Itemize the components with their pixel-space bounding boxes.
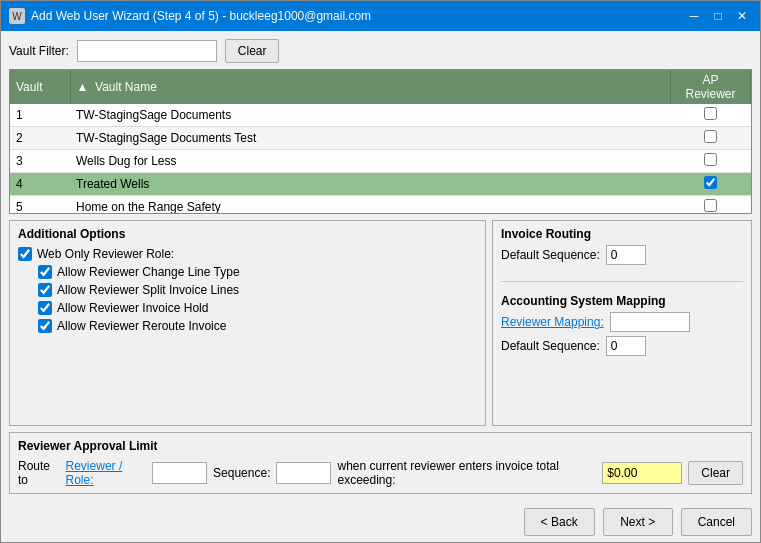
- accounting-system-title: Accounting System Mapping: [501, 294, 743, 308]
- option-row: Allow Reviewer Change Line Type: [18, 265, 477, 279]
- invoice-routing-sequence-input[interactable]: [606, 245, 646, 265]
- back-button[interactable]: < Back: [524, 508, 595, 536]
- vault-id-cell: 5: [10, 196, 70, 215]
- option-checkbox[interactable]: [38, 301, 52, 315]
- option-checkbox[interactable]: [38, 283, 52, 297]
- table-header-row: Vault ▲ Vault Name AP Reviewer: [10, 70, 751, 104]
- approval-limit-panel: Reviewer Approval Limit Route to Reviewe…: [9, 432, 752, 494]
- option-row: Allow Reviewer Reroute Invoice: [18, 319, 477, 333]
- vault-name-cell: TW-StagingSage Documents: [70, 104, 671, 127]
- ap-reviewer-cell: [671, 150, 751, 173]
- table-body: 1TW-StagingSage Documents2TW-StagingSage…: [10, 104, 751, 214]
- table-row[interactable]: 5Home on the Range Safety: [10, 196, 751, 215]
- ap-reviewer-checkbox[interactable]: [704, 153, 717, 166]
- vault-name-cell: TW-StagingSage Documents Test: [70, 127, 671, 150]
- approval-limit-row: Route to Reviewer / Role: Sequence: when…: [18, 459, 743, 487]
- web-only-row: Web Only Reviewer Role:: [18, 247, 477, 261]
- content-area: Vault Filter: Clear Vault ▲ Vault Name A…: [1, 31, 760, 502]
- ap-reviewer-cell: [671, 127, 751, 150]
- vault-name-cell: Treated Wells: [70, 173, 671, 196]
- close-button[interactable]: ✕: [732, 6, 752, 26]
- vault-id-cell: 1: [10, 104, 70, 127]
- sequence-label: Sequence:: [213, 466, 270, 480]
- reviewer-role-input[interactable]: [152, 462, 207, 484]
- vault-id-cell: 2: [10, 127, 70, 150]
- col-vault: Vault: [10, 70, 70, 104]
- table-row[interactable]: 1TW-StagingSage Documents: [10, 104, 751, 127]
- minimize-button[interactable]: ─: [684, 6, 704, 26]
- ap-reviewer-checkbox[interactable]: [704, 130, 717, 143]
- app-icon: W: [9, 8, 25, 24]
- vault-table-container: Vault ▲ Vault Name AP Reviewer 1TW-Stagi…: [9, 69, 752, 214]
- route-to-label: Route to: [18, 459, 60, 487]
- option-row: Allow Reviewer Split Invoice Lines: [18, 283, 477, 297]
- col-vault-name: ▲ Vault Name: [70, 70, 671, 104]
- invoice-routing-section: Invoice Routing Default Sequence:: [501, 227, 743, 269]
- additional-options-title: Additional Options: [18, 227, 477, 241]
- options-list: Allow Reviewer Change Line TypeAllow Rev…: [18, 265, 477, 333]
- ap-reviewer-cell: [671, 196, 751, 215]
- when-label: when current reviewer enters invoice tot…: [337, 459, 596, 487]
- vault-table: Vault ▲ Vault Name AP Reviewer 1TW-Stagi…: [10, 70, 751, 214]
- ap-reviewer-cell: [671, 173, 751, 196]
- vault-filter-input[interactable]: [77, 40, 217, 62]
- web-only-label: Web Only Reviewer Role:: [37, 247, 174, 261]
- web-only-checkbox[interactable]: [18, 247, 32, 261]
- cancel-button[interactable]: Cancel: [681, 508, 752, 536]
- option-checkbox[interactable]: [38, 319, 52, 333]
- title-bar: W Add Web User Wizard (Step 4 of 5) - bu…: [1, 1, 760, 31]
- accounting-sequence-label: Default Sequence:: [501, 339, 600, 353]
- accounting-sequence-row: Default Sequence:: [501, 336, 743, 356]
- option-checkbox[interactable]: [38, 265, 52, 279]
- table-row[interactable]: 3Wells Dug for Less: [10, 150, 751, 173]
- vault-id-cell: 3: [10, 150, 70, 173]
- next-button[interactable]: Next >: [603, 508, 673, 536]
- right-panel: Invoice Routing Default Sequence: Accoun…: [492, 220, 752, 426]
- vault-filter-label: Vault Filter:: [9, 44, 69, 58]
- maximize-button[interactable]: □: [708, 6, 728, 26]
- invoice-routing-title: Invoice Routing: [501, 227, 743, 241]
- bottom-panels: Additional Options Web Only Reviewer Rol…: [9, 220, 752, 426]
- reviewer-mapping-label[interactable]: Reviewer Mapping:: [501, 315, 604, 329]
- sequence-input[interactable]: [276, 462, 331, 484]
- accounting-system-section: Accounting System Mapping Reviewer Mappi…: [501, 294, 743, 360]
- reviewer-role-label[interactable]: Reviewer / Role:: [66, 459, 147, 487]
- invoice-routing-sequence-label: Default Sequence:: [501, 248, 600, 262]
- accounting-sequence-input[interactable]: [606, 336, 646, 356]
- additional-options-panel: Additional Options Web Only Reviewer Rol…: [9, 220, 486, 426]
- vault-id-cell: 4: [10, 173, 70, 196]
- invoice-routing-sequence-row: Default Sequence:: [501, 245, 743, 265]
- main-window: W Add Web User Wizard (Step 4 of 5) - bu…: [0, 0, 761, 543]
- ap-reviewer-cell: [671, 104, 751, 127]
- vault-name-cell: Home on the Range Safety: [70, 196, 671, 215]
- option-label: Allow Reviewer Invoice Hold: [57, 301, 208, 315]
- ap-reviewer-checkbox[interactable]: [704, 107, 717, 120]
- ap-reviewer-checkbox[interactable]: [704, 199, 717, 212]
- footer: < Back Next > Cancel: [1, 502, 760, 542]
- amount-input[interactable]: [602, 462, 682, 484]
- reviewer-mapping-input[interactable]: [610, 312, 690, 332]
- approval-limit-title: Reviewer Approval Limit: [18, 439, 743, 453]
- col-ap-reviewer: AP Reviewer: [671, 70, 751, 104]
- reviewer-mapping-row: Reviewer Mapping:: [501, 312, 743, 332]
- vault-name-cell: Wells Dug for Less: [70, 150, 671, 173]
- table-row[interactable]: 2TW-StagingSage Documents Test: [10, 127, 751, 150]
- vault-filter-clear-button[interactable]: Clear: [225, 39, 280, 63]
- option-row: Allow Reviewer Invoice Hold: [18, 301, 477, 315]
- window-title: Add Web User Wizard (Step 4 of 5) - buck…: [31, 9, 684, 23]
- option-label: Allow Reviewer Split Invoice Lines: [57, 283, 239, 297]
- vault-filter-row: Vault Filter: Clear: [9, 39, 752, 63]
- option-label: Allow Reviewer Change Line Type: [57, 265, 240, 279]
- panel-divider: [501, 281, 743, 282]
- table-row[interactable]: 4Treated Wells: [10, 173, 751, 196]
- option-label: Allow Reviewer Reroute Invoice: [57, 319, 226, 333]
- approval-clear-button[interactable]: Clear: [688, 461, 743, 485]
- window-controls: ─ □ ✕: [684, 6, 752, 26]
- ap-reviewer-checkbox[interactable]: [704, 176, 717, 189]
